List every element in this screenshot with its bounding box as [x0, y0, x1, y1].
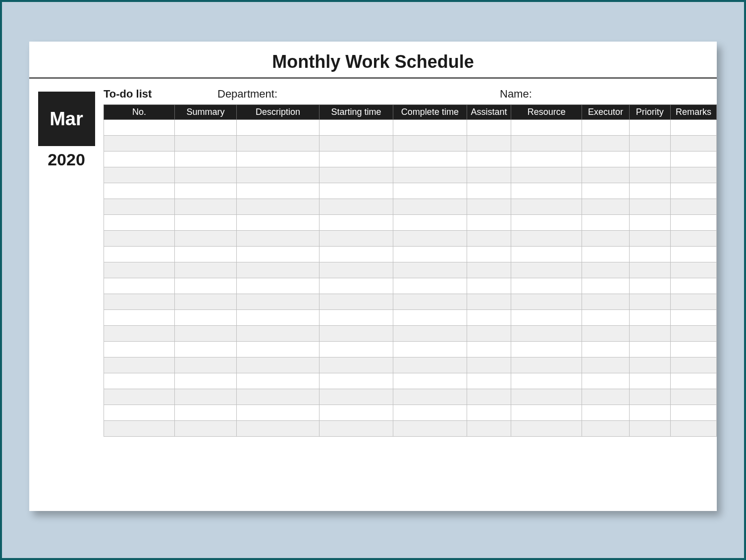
cell[interactable] — [319, 231, 393, 247]
cell[interactable] — [175, 294, 237, 310]
cell[interactable] — [175, 357, 237, 373]
cell[interactable] — [393, 310, 467, 326]
cell[interactable] — [670, 357, 716, 373]
cell[interactable] — [670, 342, 716, 357]
cell[interactable] — [670, 120, 716, 136]
cell[interactable] — [237, 357, 320, 373]
cell[interactable] — [319, 278, 393, 294]
cell[interactable] — [104, 389, 175, 405]
cell[interactable] — [175, 421, 237, 437]
cell[interactable] — [104, 167, 175, 183]
cell[interactable] — [237, 342, 320, 357]
cell[interactable] — [393, 136, 467, 152]
cell[interactable] — [237, 262, 320, 278]
cell[interactable] — [467, 199, 511, 215]
cell[interactable] — [582, 373, 629, 389]
cell[interactable] — [511, 373, 582, 389]
cell[interactable] — [175, 215, 237, 231]
cell[interactable] — [175, 310, 237, 326]
cell[interactable] — [175, 199, 237, 215]
cell[interactable] — [582, 231, 629, 247]
cell[interactable] — [670, 167, 716, 183]
cell[interactable] — [319, 310, 393, 326]
cell[interactable] — [104, 421, 175, 437]
cell[interactable] — [319, 120, 393, 136]
cell[interactable] — [467, 373, 511, 389]
cell[interactable] — [511, 389, 582, 405]
cell[interactable] — [175, 247, 237, 262]
cell[interactable] — [319, 294, 393, 310]
cell[interactable] — [629, 326, 670, 342]
cell[interactable] — [670, 183, 716, 199]
cell[interactable] — [319, 215, 393, 231]
cell[interactable] — [670, 215, 716, 231]
cell[interactable] — [582, 405, 629, 421]
cell[interactable] — [670, 231, 716, 247]
cell[interactable] — [319, 373, 393, 389]
cell[interactable] — [467, 136, 511, 152]
cell[interactable] — [629, 215, 670, 231]
cell[interactable] — [175, 120, 237, 136]
cell[interactable] — [629, 167, 670, 183]
cell[interactable] — [104, 262, 175, 278]
cell[interactable] — [467, 389, 511, 405]
cell[interactable] — [393, 215, 467, 231]
cell[interactable] — [319, 342, 393, 357]
cell[interactable] — [582, 421, 629, 437]
cell[interactable] — [582, 357, 629, 373]
cell[interactable] — [237, 278, 320, 294]
cell[interactable] — [582, 310, 629, 326]
cell[interactable] — [237, 405, 320, 421]
cell[interactable] — [467, 421, 511, 437]
cell[interactable] — [467, 326, 511, 342]
cell[interactable] — [670, 278, 716, 294]
cell[interactable] — [104, 247, 175, 262]
cell[interactable] — [511, 183, 582, 199]
cell[interactable] — [104, 405, 175, 421]
cell[interactable] — [511, 199, 582, 215]
cell[interactable] — [104, 310, 175, 326]
cell[interactable] — [319, 167, 393, 183]
cell[interactable] — [629, 231, 670, 247]
cell[interactable] — [467, 278, 511, 294]
cell[interactable] — [393, 389, 467, 405]
cell[interactable] — [511, 421, 582, 437]
cell[interactable] — [319, 136, 393, 152]
cell[interactable] — [393, 342, 467, 357]
cell[interactable] — [629, 183, 670, 199]
cell[interactable] — [319, 152, 393, 167]
cell[interactable] — [175, 326, 237, 342]
cell[interactable] — [629, 294, 670, 310]
cell[interactable] — [319, 421, 393, 437]
cell[interactable] — [582, 278, 629, 294]
cell[interactable] — [175, 373, 237, 389]
cell[interactable] — [393, 152, 467, 167]
cell[interactable] — [104, 373, 175, 389]
cell[interactable] — [393, 357, 467, 373]
cell[interactable] — [393, 262, 467, 278]
cell[interactable] — [237, 326, 320, 342]
cell[interactable] — [582, 389, 629, 405]
cell[interactable] — [175, 278, 237, 294]
cell[interactable] — [237, 152, 320, 167]
cell[interactable] — [582, 167, 629, 183]
cell[interactable] — [511, 310, 582, 326]
cell[interactable] — [629, 342, 670, 357]
cell[interactable] — [175, 405, 237, 421]
cell[interactable] — [175, 167, 237, 183]
cell[interactable] — [237, 389, 320, 405]
cell[interactable] — [629, 373, 670, 389]
cell[interactable] — [104, 120, 175, 136]
cell[interactable] — [467, 231, 511, 247]
cell[interactable] — [237, 120, 320, 136]
cell[interactable] — [670, 373, 716, 389]
cell[interactable] — [237, 136, 320, 152]
cell[interactable] — [511, 294, 582, 310]
cell[interactable] — [393, 405, 467, 421]
cell[interactable] — [393, 199, 467, 215]
cell[interactable] — [175, 152, 237, 167]
cell[interactable] — [237, 421, 320, 437]
cell[interactable] — [582, 262, 629, 278]
cell[interactable] — [511, 215, 582, 231]
cell[interactable] — [670, 421, 716, 437]
